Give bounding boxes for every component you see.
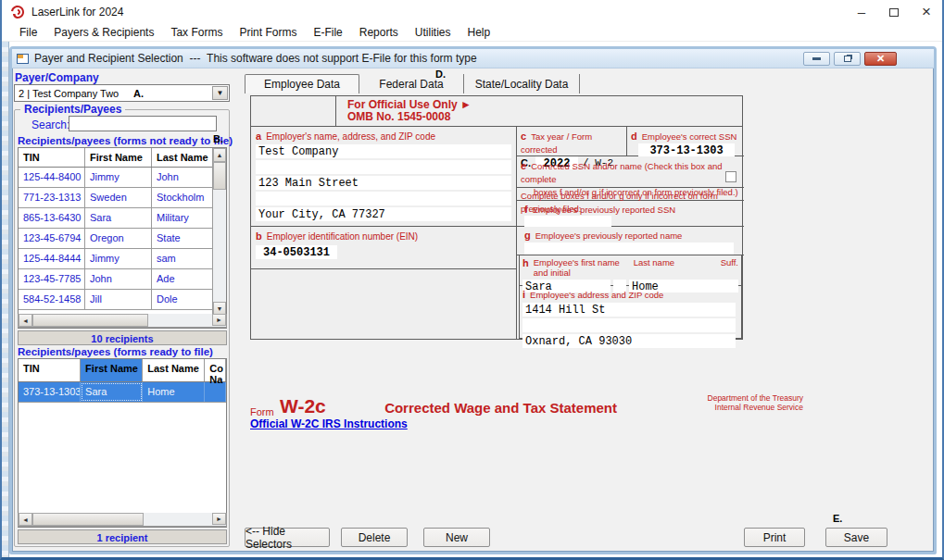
- table-cell: Sara: [85, 208, 152, 228]
- treasury-line-1: Department of the Treasury: [618, 393, 803, 403]
- table-row[interactable]: 584-52-1458JillDole: [19, 290, 226, 310]
- box-i: iEmployee's address and ZIP code 1414 Hi…: [519, 286, 742, 339]
- close-button[interactable]: ×: [912, 0, 941, 24]
- delete-button[interactable]: Delete: [341, 528, 408, 547]
- not-ready-count: 10 recipients: [18, 330, 227, 345]
- box-g-key: g: [524, 230, 531, 241]
- address-line-field[interactable]: [256, 192, 511, 205]
- table-row[interactable]: 123-45-6794OregonState: [19, 229, 226, 249]
- menu-help[interactable]: Help: [459, 26, 498, 39]
- address-line-field[interactable]: Oxnard, CA 93030: [522, 334, 736, 348]
- horizontal-scrollbar[interactable]: ◄ ►: [18, 314, 227, 328]
- treasury-line-2: Internal Revenue Service: [618, 403, 803, 412]
- tab-federal-data[interactable]: Federal Data: [359, 74, 464, 93]
- column-header-co-na[interactable]: Co Na: [205, 359, 226, 381]
- scroll-left-icon[interactable]: ◄: [19, 513, 32, 526]
- box-c-key: c: [521, 131, 526, 142]
- table-row[interactable]: 125-44-8400JimmyJohn: [19, 168, 226, 188]
- table-cell: Stockholm: [152, 188, 213, 207]
- scrollbar-thumb[interactable]: [32, 314, 148, 327]
- corrected-ssn-checkbox[interactable]: [725, 171, 736, 182]
- search-input[interactable]: [69, 116, 217, 131]
- child-window-title: Payer and Recipient Selection --- This s…: [34, 52, 477, 65]
- child-minimize-button[interactable]: [803, 52, 830, 66]
- menu-utilities[interactable]: Utilities: [407, 26, 459, 39]
- table-row[interactable]: 123-45-7785JohnAde: [19, 269, 226, 290]
- column-header-last-name[interactable]: Last Name: [152, 148, 213, 167]
- scroll-right-icon[interactable]: ►: [212, 314, 226, 326]
- table-cell: John: [85, 269, 152, 289]
- print-button[interactable]: Print: [744, 528, 805, 547]
- child-restore-button[interactable]: [834, 52, 861, 66]
- minimize-button[interactable]: –: [847, 0, 876, 24]
- scroll-up-icon[interactable]: ▲: [213, 148, 226, 162]
- address-line-field[interactable]: 123 Main Street: [256, 176, 511, 190]
- menu-tax-forms[interactable]: Tax Forms: [162, 26, 231, 39]
- column-header-tin[interactable]: TIN: [19, 359, 81, 381]
- menu-payers-recipients[interactable]: Payers & Recipients: [45, 26, 162, 39]
- table-cell: John: [152, 168, 213, 187]
- payer-company-label: Payer/Company: [15, 71, 99, 84]
- background-window-edge: [2, 42, 9, 560]
- payer-company-dropdown[interactable]: 2 | Test Company Two A. ▼: [14, 84, 230, 102]
- correct-ssn-field[interactable]: 373-13-1303: [638, 143, 735, 156]
- previous-ssn-field[interactable]: [524, 216, 611, 227]
- previous-name-field[interactable]: [524, 243, 734, 255]
- address-line-field[interactable]: [256, 160, 511, 174]
- menu-print-forms[interactable]: Print Forms: [231, 26, 305, 39]
- table-cell: Jimmy: [85, 249, 152, 268]
- table-row[interactable]: 771-23-1313SwedenStockholm: [19, 188, 226, 208]
- child-titlebar: Payer and Recipient Selection --- This s…: [12, 49, 934, 68]
- table-cell: 584-52-1458: [19, 290, 85, 309]
- address-line-field[interactable]: Test Company: [256, 144, 511, 158]
- box-a-label: Employer's name, address, and ZIP code: [266, 131, 435, 142]
- omb-number: OMB No. 1545-0008: [347, 111, 472, 123]
- scrollbar-thumb[interactable]: [32, 513, 144, 526]
- table-row[interactable]: 125-44-8444Jimmysam: [19, 249, 226, 269]
- scrollbar-thumb[interactable]: [213, 162, 226, 190]
- column-header-last-name[interactable]: Last Name: [143, 359, 205, 381]
- hide-selectors-button[interactable]: <-- Hide Selectors: [245, 528, 330, 547]
- not-ready-table: TINFirst NameLast Name 125-44-8400JimmyJ…: [18, 147, 227, 329]
- efile-status-text: This software does not support E-File fo…: [207, 52, 476, 65]
- address-line-field[interactable]: Your City, CA 77327: [256, 207, 511, 221]
- scroll-left-icon[interactable]: ◄: [19, 314, 32, 327]
- annotation-e: E.: [833, 513, 842, 524]
- table-cell: Home: [143, 382, 205, 402]
- box-e-key: e: [521, 160, 526, 171]
- horizontal-scrollbar[interactable]: ◄ ►: [18, 513, 227, 527]
- menu-e-file[interactable]: E-File: [305, 26, 350, 39]
- official-use-block: For Official Use Only ► OMB No. 1545-000…: [336, 96, 472, 126]
- column-header-tin[interactable]: TIN: [19, 148, 85, 167]
- ready-table-header: TINFirst NameLast NameCo Na: [19, 359, 226, 382]
- child-close-button[interactable]: ✕: [864, 52, 897, 66]
- irs-instructions-link[interactable]: Official W-2C IRS Instructions: [250, 417, 408, 430]
- vertical-scrollbar[interactable]: ▲ ▼: [212, 148, 226, 316]
- table-row[interactable]: 865-13-6430SaraMilitary: [19, 208, 226, 229]
- tab-state-locality-data[interactable]: State/Locality Data: [464, 74, 580, 93]
- save-button[interactable]: Save: [825, 528, 887, 547]
- scroll-right-icon[interactable]: ►: [212, 513, 226, 525]
- close-icon: ✕: [876, 53, 885, 65]
- address-line-field[interactable]: 1414 Hill St: [522, 303, 736, 317]
- dropdown-arrow-button[interactable]: ▼: [212, 86, 228, 100]
- column-header-first-name[interactable]: First Name: [81, 359, 143, 381]
- menu-file[interactable]: File: [11, 26, 45, 39]
- maximize-button[interactable]: [879, 0, 909, 24]
- form-header-row: For Official Use Only ► OMB No. 1545-000…: [251, 96, 742, 127]
- address-line-field[interactable]: [522, 318, 736, 332]
- box-b-label: Employer identification number (EIN): [267, 231, 418, 242]
- box-d: dEmployee's correct SSN 373-13-1303: [627, 127, 744, 156]
- menu-reports[interactable]: Reports: [351, 26, 407, 39]
- box-h-label-suff: Suff.: [721, 257, 738, 278]
- boxes-fg-note: Complete boxes f and/or g only if incorr…: [517, 188, 744, 201]
- column-header-first-name[interactable]: First Name: [85, 148, 152, 167]
- tab-employee-data[interactable]: Employee Data: [245, 74, 359, 93]
- w2c-form: For Official Use Only ► OMB No. 1545-000…: [250, 95, 743, 340]
- main-titlebar: LaserLink for 2024 – ×: [2, 0, 942, 24]
- suffix-field[interactable]: [724, 280, 738, 292]
- ein-field[interactable]: 34-0503131: [256, 245, 337, 259]
- table-row[interactable]: 373-13-1303SaraHome: [19, 382, 226, 403]
- new-button[interactable]: New: [423, 528, 490, 547]
- treasury-block: Department of the Treasury Internal Reve…: [618, 393, 803, 412]
